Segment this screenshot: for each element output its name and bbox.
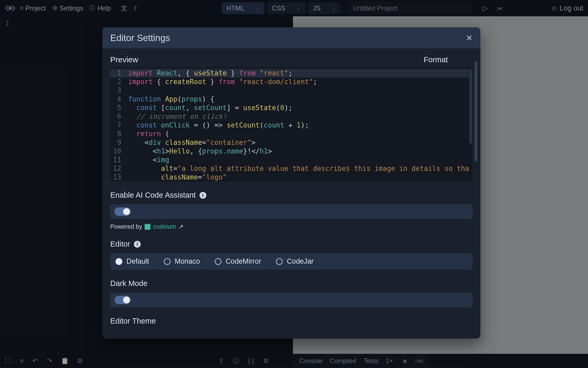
gutter-line-number: 12 <box>110 164 121 173</box>
preview-section-label: Preview <box>110 55 138 64</box>
radio-label: Monaco <box>175 257 200 265</box>
gutter-line-number: 13 <box>110 173 121 181</box>
ai-assistant-toggle[interactable] <box>114 207 131 216</box>
gutter-line-number: 6 <box>110 112 121 121</box>
gutter-line-number: 5 <box>110 104 121 112</box>
close-icon[interactable]: ✕ <box>466 33 472 43</box>
dark-mode-toggle[interactable] <box>114 296 131 304</box>
editor-choice-radio-group: DefaultMonacoCodeMirrorCodeJar <box>110 253 472 270</box>
radio-button[interactable] <box>116 258 122 265</box>
dark-mode-label: Dark Mode <box>110 279 472 288</box>
editor-radio-monaco[interactable]: Monaco <box>164 257 200 265</box>
modal-body: Preview Format 12345678910111213 import … <box>102 48 480 339</box>
codeium-link[interactable]: codeium <box>153 223 176 230</box>
gutter-line-number: 2 <box>110 78 121 86</box>
gutter-line-number: 8 <box>110 130 121 138</box>
editor-choice-label-text: Editor <box>110 240 130 248</box>
info-icon[interactable]: i <box>134 241 141 248</box>
modal-scrollbar-thumb[interactable] <box>475 62 477 161</box>
editor-radio-codemirror[interactable]: CodeMirror <box>215 257 261 265</box>
code-preview: 12345678910111213 import React, { useSta… <box>110 67 472 181</box>
ai-assistant-label: Enable AI Code Assistant i <box>110 191 472 200</box>
editor-choice-label: Editor i <box>110 240 472 248</box>
ai-assistant-toggle-row <box>110 204 472 219</box>
modal-header: Editor Settings ✕ <box>102 27 480 48</box>
gutter-line-number: 10 <box>110 147 121 156</box>
external-link-icon: ↗ <box>178 223 183 230</box>
code-preview-content: import React, { useState } from "react";… <box>125 67 472 181</box>
radio-label: Default <box>127 257 149 265</box>
ai-assistant-label-text: Enable AI Code Assistant <box>110 191 196 200</box>
gutter-line-number: 11 <box>110 156 121 164</box>
editor-radio-default[interactable]: Default <box>116 257 149 265</box>
dark-mode-label-text: Dark Mode <box>110 279 148 288</box>
gutter-line-number: 3 <box>110 86 121 95</box>
gutter-line-number: 4 <box>110 95 121 104</box>
code-preview-scrollbar-track <box>469 67 472 181</box>
radio-label: CodeJar <box>287 257 314 265</box>
format-button[interactable]: Format <box>424 55 448 64</box>
radio-button[interactable] <box>215 258 222 265</box>
editor-theme-label-text: Editor Theme <box>110 317 156 325</box>
editor-settings-modal: Editor Settings ✕ Preview Format 1234567… <box>102 27 480 339</box>
radio-button[interactable] <box>164 258 171 265</box>
info-icon[interactable]: i <box>200 192 206 199</box>
radio-label: CodeMirror <box>226 257 261 265</box>
gutter-line-number: 9 <box>110 138 121 147</box>
toggle-knob <box>123 297 130 303</box>
codeium-logo-icon <box>145 224 150 230</box>
code-preview-scrollbar-thumb[interactable] <box>469 68 472 144</box>
modal-title: Editor Settings <box>110 33 170 43</box>
editor-radio-codejar[interactable]: CodeJar <box>276 257 314 265</box>
toggle-knob <box>123 208 130 215</box>
dark-mode-toggle-row <box>110 293 472 307</box>
editor-theme-label: Editor Theme <box>110 317 472 325</box>
gutter-line-number: 7 <box>110 121 121 130</box>
code-preview-gutter: 12345678910111213 <box>110 67 125 181</box>
radio-button[interactable] <box>276 258 283 265</box>
powered-by: Powered by codeium ↗ <box>110 223 472 230</box>
powered-by-prefix: Powered by <box>110 223 142 230</box>
